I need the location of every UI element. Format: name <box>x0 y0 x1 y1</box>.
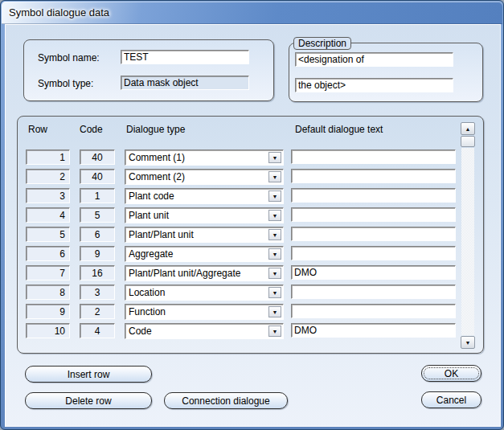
dialogue-type-value: Plant/Plant unit <box>129 229 267 241</box>
scroll-down-button[interactable]: ▼ <box>461 336 475 349</box>
row-number-box: 1 <box>26 149 70 165</box>
symbol-name-input[interactable] <box>121 50 249 64</box>
dropdown-arrow-icon: ▼ <box>272 174 278 180</box>
symbol-type-label: Symbol type: <box>38 78 93 89</box>
row-code-box: 2 <box>80 304 115 319</box>
dialog-window: Symbol dialogue data Symbol name: Symbol… <box>0 0 504 430</box>
table-row: 1 40 Comment (1) ▼ <box>18 149 483 166</box>
description-group: Description <box>289 43 483 102</box>
dropdown-button[interactable]: ▼ <box>268 306 281 317</box>
default-text-input[interactable] <box>291 188 456 203</box>
default-text-input[interactable] <box>291 304 456 318</box>
dropdown-button[interactable]: ▼ <box>268 171 281 182</box>
dropdown-button[interactable]: ▼ <box>268 152 281 163</box>
scroll-down-icon: ▼ <box>465 340 471 346</box>
dialog-body: Symbol name: Symbol type: Data mask obje… <box>5 24 501 427</box>
table-row: 6 9 Aggregate ▼ <box>18 246 483 262</box>
row-code-box: 40 <box>80 169 115 184</box>
default-text-input[interactable] <box>291 207 456 222</box>
dropdown-arrow-icon: ▼ <box>272 329 278 334</box>
dialogue-type-value: Code <box>129 326 267 338</box>
default-text-input[interactable] <box>291 227 456 241</box>
symbol-type-field: Data mask object <box>121 76 249 90</box>
scroll-up-button[interactable]: ▲ <box>461 122 475 135</box>
dialogue-type-select[interactable]: Function ▼ <box>125 304 284 320</box>
table-row: 9 2 Function ▼ <box>18 304 483 320</box>
dialogue-type-select[interactable]: Code ▼ <box>125 323 284 339</box>
scroll-track[interactable] <box>461 148 474 335</box>
row-number-box: 5 <box>26 227 70 242</box>
row-number-box: 2 <box>26 169 70 184</box>
scroll-thumb[interactable] <box>461 136 475 147</box>
dialogue-type-select[interactable]: Location ▼ <box>125 285 284 301</box>
connection-dialogue-button[interactable]: Connection dialogue <box>164 392 288 409</box>
row-number-box: 7 <box>26 265 70 281</box>
dialogue-type-value: Comment (1) <box>129 152 267 164</box>
row-code-box: 6 <box>80 227 115 242</box>
dialogue-type-select[interactable]: Comment (1) ▼ <box>125 149 284 166</box>
scroll-up-icon: ▲ <box>465 126 471 132</box>
dropdown-arrow-icon: ▼ <box>272 194 278 199</box>
default-text-input[interactable] <box>291 285 456 299</box>
symbol-group: Symbol name: Symbol type: Data mask obje… <box>23 39 274 101</box>
dropdown-button[interactable]: ▼ <box>268 248 281 260</box>
table-row: 2 40 Comment (2) ▼ <box>18 169 483 185</box>
description-group-label: Description <box>293 37 351 50</box>
default-text-input[interactable] <box>291 265 456 280</box>
row-code-box: 4 <box>80 323 115 338</box>
title-bar[interactable]: Symbol dialogue data <box>2 2 502 24</box>
header-row: Row <box>28 124 47 135</box>
dropdown-arrow-icon: ▼ <box>272 213 278 219</box>
dialogue-type-select[interactable]: Plant unit ▼ <box>125 207 284 223</box>
dialogue-type-value: Plant code <box>129 190 267 203</box>
table-rows: 1 40 Comment (1) ▼ 2 40 Comment (2) ▼ 3 … <box>18 149 483 342</box>
insert-row-button[interactable]: Insert row <box>25 366 152 383</box>
table-row: 4 5 Plant unit ▼ <box>18 207 483 223</box>
cancel-button[interactable]: Cancel <box>421 391 481 408</box>
default-text-input[interactable] <box>291 169 456 183</box>
dropdown-arrow-icon: ▼ <box>272 252 278 257</box>
delete-row-button[interactable]: Delete row <box>25 392 152 409</box>
row-number-box: 9 <box>26 304 70 319</box>
ok-button[interactable]: OK <box>421 365 481 382</box>
dialogue-type-value: Function <box>129 306 267 318</box>
default-text-input[interactable] <box>291 149 456 164</box>
dialogue-table-group: Row Code Dialogue type Default dialogue … <box>17 116 484 354</box>
description-line1-input[interactable] <box>295 52 453 67</box>
header-dialogue-type: Dialogue type <box>126 124 185 135</box>
symbol-name-label: Symbol name: <box>38 52 100 63</box>
header-code: Code <box>80 124 103 135</box>
dropdown-button[interactable]: ▼ <box>268 326 281 337</box>
dropdown-button[interactable]: ▼ <box>268 210 281 221</box>
vertical-scrollbar[interactable]: ▲ ▼ <box>461 122 475 349</box>
dialogue-type-value: Comment (2) <box>129 171 267 183</box>
row-number-box: 8 <box>26 285 70 300</box>
row-code-box: 9 <box>80 246 115 261</box>
default-text-input[interactable] <box>291 246 456 260</box>
description-line2-input[interactable] <box>295 78 453 92</box>
row-number-box: 4 <box>26 207 70 223</box>
dropdown-button[interactable]: ▼ <box>268 229 281 240</box>
dialogue-type-select[interactable]: Plant/Plant unit ▼ <box>125 227 284 243</box>
row-code-box: 3 <box>80 285 115 300</box>
dropdown-arrow-icon: ▼ <box>272 271 278 276</box>
window-title: Symbol dialogue data <box>2 2 502 23</box>
dialogue-type-select[interactable]: Plant code ▼ <box>125 188 284 204</box>
row-code-box: 5 <box>80 207 115 223</box>
dialogue-type-value: Plant unit <box>129 210 267 222</box>
row-number-box: 6 <box>26 246 70 261</box>
dialogue-type-value: Aggregate <box>129 248 267 260</box>
dropdown-button[interactable]: ▼ <box>268 190 281 202</box>
dialogue-type-select[interactable]: Comment (2) ▼ <box>125 169 284 185</box>
dropdown-arrow-icon: ▼ <box>272 290 278 296</box>
row-code-box: 40 <box>80 149 115 165</box>
default-text-input[interactable] <box>291 323 456 338</box>
dropdown-button[interactable]: ▼ <box>268 268 281 279</box>
table-row: 3 1 Plant code ▼ <box>18 188 483 204</box>
dialogue-type-select[interactable]: Aggregate ▼ <box>125 246 284 262</box>
dialogue-type-value: Location <box>129 287 267 299</box>
table-row: 7 16 Plant/Plant unit/Aggregate ▼ <box>18 265 483 281</box>
dropdown-arrow-icon: ▼ <box>272 232 278 238</box>
dialogue-type-select[interactable]: Plant/Plant unit/Aggregate ▼ <box>125 265 284 281</box>
dropdown-button[interactable]: ▼ <box>268 287 281 298</box>
